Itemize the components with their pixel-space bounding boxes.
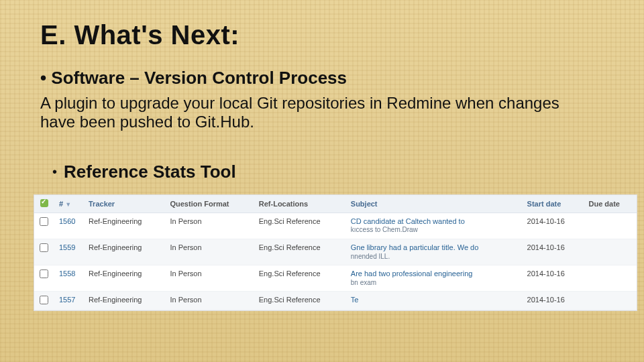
row-checkbox-cell bbox=[34, 265, 54, 292]
subject-link[interactable]: Te bbox=[345, 292, 522, 310]
issue-id-link[interactable]: 1560 bbox=[54, 213, 83, 239]
issue-id-link[interactable]: 1559 bbox=[54, 239, 83, 265]
tracker-cell: Ref-Engineering bbox=[83, 239, 164, 265]
header-id-label: # bbox=[59, 200, 63, 208]
ref-location-cell: Eng.Sci Reference bbox=[254, 239, 345, 265]
issues-table: #▼ Tracker Question Format Ref-Locations… bbox=[34, 194, 637, 312]
subject-link[interactable]: Gne library had a particular title. We d… bbox=[345, 239, 522, 265]
table-row: 1557 Ref-Engineering In Person Eng.Sci R… bbox=[34, 292, 637, 310]
header-subject[interactable]: Subject bbox=[345, 195, 522, 213]
bullet-reference-stats-tool: •Reference Stats Tool bbox=[52, 162, 604, 182]
sort-desc-icon: ▼ bbox=[65, 201, 71, 208]
due-date-cell bbox=[583, 292, 637, 310]
issue-id-link[interactable]: 1557 bbox=[54, 292, 83, 310]
row-checkbox[interactable] bbox=[40, 296, 48, 304]
start-date-cell: 2014-10-16 bbox=[522, 265, 584, 292]
bullet-dot-icon: • bbox=[52, 164, 57, 180]
check-all-icon bbox=[40, 199, 48, 207]
due-date-cell bbox=[583, 265, 637, 292]
row-checkbox[interactable] bbox=[40, 269, 48, 278]
subject-line1: Are had two professional engineering bbox=[351, 269, 473, 278]
bullet2-label: Reference Stats Tool bbox=[64, 162, 236, 182]
table-header-row: #▼ Tracker Question Format Ref-Locations… bbox=[34, 195, 637, 213]
tracker-cell: Ref-Engineering bbox=[83, 213, 164, 239]
table-row: 1560 Ref-Engineering In Person Eng.Sci R… bbox=[34, 213, 637, 239]
slide: E. What's Next: • Software – Version Con… bbox=[0, 0, 644, 362]
start-date-cell: 2014-10-16 bbox=[522, 292, 584, 310]
header-id[interactable]: #▼ bbox=[54, 195, 83, 213]
row-checkbox-cell bbox=[34, 292, 54, 310]
table-row: 1558 Ref-Engineering In Person Eng.Sci R… bbox=[34, 265, 637, 292]
body-text: A plugin to upgrade your local Git repos… bbox=[40, 94, 597, 132]
question-format-cell: In Person bbox=[164, 292, 253, 310]
due-date-cell bbox=[583, 213, 637, 239]
question-format-cell: In Person bbox=[164, 239, 253, 265]
subject-line2: bn exam bbox=[351, 279, 517, 288]
subject-line1: Te bbox=[351, 296, 359, 304]
subject-link[interactable]: CD candidate at Caltech wanted tokıccess… bbox=[345, 213, 522, 239]
subject-line1: CD candidate at Caltech wanted to bbox=[351, 217, 465, 225]
ref-location-cell: Eng.Sci Reference bbox=[254, 292, 345, 310]
subject-line2: kıccess to Chem.Draw bbox=[351, 226, 517, 235]
ref-location-cell: Eng.Sci Reference bbox=[254, 213, 345, 239]
subject-link[interactable]: Are had two professional engineeringbn e… bbox=[345, 265, 522, 292]
subject-line1: Gne library had a particular title. We d… bbox=[351, 243, 479, 251]
start-date-cell: 2014-10-16 bbox=[522, 213, 584, 239]
issue-id-link[interactable]: 1558 bbox=[54, 265, 83, 292]
ref-location-cell: Eng.Sci Reference bbox=[254, 265, 345, 292]
row-checkbox-cell bbox=[34, 213, 54, 239]
header-select-all[interactable] bbox=[34, 195, 54, 213]
header-tracker[interactable]: Tracker bbox=[83, 195, 164, 213]
start-date-cell: 2014-10-16 bbox=[522, 239, 584, 265]
row-checkbox[interactable] bbox=[40, 243, 48, 252]
question-format-cell: In Person bbox=[164, 265, 253, 292]
tracker-cell: Ref-Engineering bbox=[83, 265, 164, 292]
header-start-date[interactable]: Start date bbox=[522, 195, 584, 213]
question-format-cell: In Person bbox=[164, 213, 253, 239]
header-question-format[interactable]: Question Format bbox=[164, 195, 253, 213]
row-checkbox-cell bbox=[34, 239, 54, 265]
table-row: 1559 Ref-Engineering In Person Eng.Sci R… bbox=[34, 239, 637, 265]
tracker-cell: Ref-Engineering bbox=[83, 292, 164, 310]
slide-title: E. What's Next: bbox=[40, 20, 604, 50]
header-due-date[interactable]: Due date bbox=[583, 195, 637, 213]
header-ref-locations[interactable]: Ref-Locations bbox=[254, 195, 345, 213]
due-date-cell bbox=[583, 239, 637, 265]
subject-line2: nnended ILL. bbox=[351, 253, 517, 261]
bullet-software-version-control: • Software – Version Control Process bbox=[40, 68, 604, 88]
row-checkbox[interactable] bbox=[40, 217, 48, 226]
